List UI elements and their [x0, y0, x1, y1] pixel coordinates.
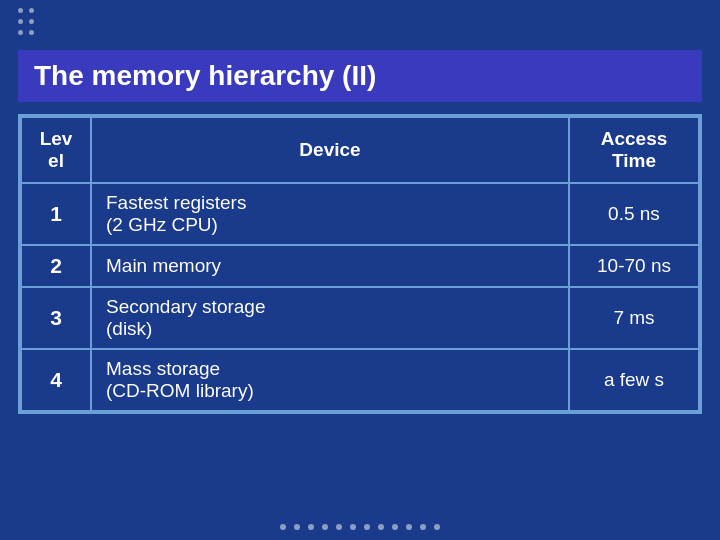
table-row: 4 Mass storage(CD-ROM library) a few s [21, 349, 699, 411]
row1-level: 1 [21, 183, 91, 245]
row1-access: 0.5 ns [569, 183, 699, 245]
row2-device: Main memory [91, 245, 569, 287]
title-bar: The memory hierarchy (II) [18, 50, 702, 102]
table-header-row: Level Device AccessTime [21, 117, 699, 183]
decorative-dots-bottom [0, 524, 720, 530]
row4-device: Mass storage(CD-ROM library) [91, 349, 569, 411]
row4-level: 4 [21, 349, 91, 411]
table-row: 3 Secondary storage(disk) 7 ms [21, 287, 699, 349]
table-row: 1 Fastest registers(2 GHz CPU) 0.5 ns [21, 183, 699, 245]
decorative-dots-top-left [18, 8, 34, 35]
row3-level: 3 [21, 287, 91, 349]
row3-device: Secondary storage(disk) [91, 287, 569, 349]
table-row: 2 Main memory 10-70 ns [21, 245, 699, 287]
header-device: Device [91, 117, 569, 183]
row4-access: a few s [569, 349, 699, 411]
row3-access: 7 ms [569, 287, 699, 349]
row2-level: 2 [21, 245, 91, 287]
header-level: Level [21, 117, 91, 183]
row1-device: Fastest registers(2 GHz CPU) [91, 183, 569, 245]
memory-hierarchy-table: Level Device AccessTime 1 Fastest regist… [18, 114, 702, 414]
row2-access: 10-70 ns [569, 245, 699, 287]
header-access-time: AccessTime [569, 117, 699, 183]
page-title: The memory hierarchy (II) [34, 60, 376, 91]
